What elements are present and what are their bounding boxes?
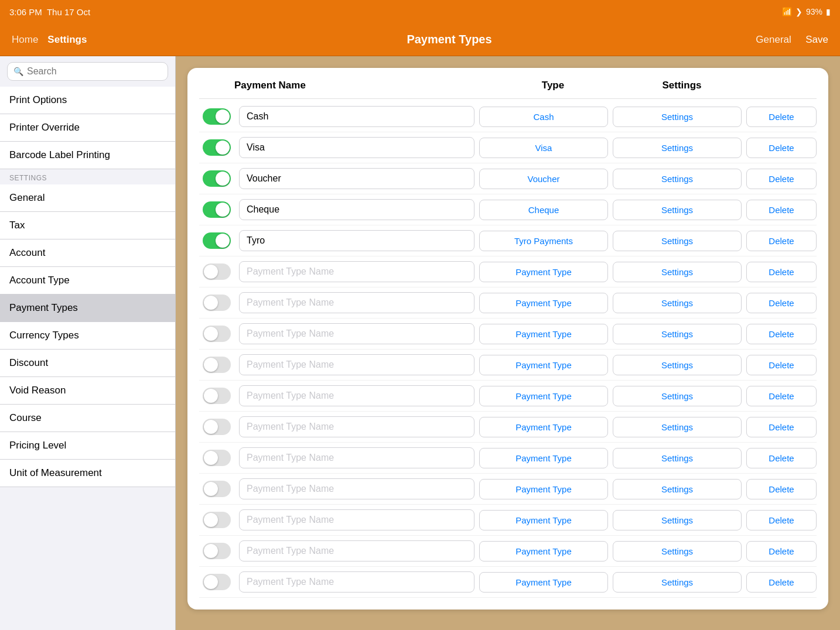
search-input[interactable] — [27, 66, 162, 77]
type-button-empty-7[interactable]: Payment Type — [479, 448, 608, 468]
type-button-empty-10[interactable]: Payment Type — [479, 541, 608, 561]
name-input-row-voucher[interactable] — [239, 168, 474, 189]
nav-home-button[interactable]: Home — [12, 34, 38, 46]
sidebar-item-account-type[interactable]: Account Type — [0, 267, 175, 295]
settings-button-row-visa[interactable]: Settings — [613, 138, 742, 158]
type-button-row-tyro[interactable]: Tyro Payments — [479, 231, 608, 251]
sidebar-item-print-options[interactable]: Print Options — [0, 87, 175, 114]
delete-button-empty-1[interactable]: Delete — [746, 262, 817, 282]
toggle-empty-5[interactable] — [203, 388, 231, 404]
sidebar-item-currency-types[interactable]: Currency Types — [0, 322, 175, 350]
type-button-row-cash[interactable]: Cash — [479, 107, 608, 127]
name-input-empty-10[interactable] — [239, 540, 474, 561]
type-button-empty-5[interactable]: Payment Type — [479, 386, 608, 406]
sidebar-item-course[interactable]: Course — [0, 405, 175, 432]
toggle-row-voucher[interactable] — [203, 170, 231, 187]
settings-button-row-cheque[interactable]: Settings — [613, 200, 742, 220]
header-type: Type — [489, 80, 617, 91]
name-input-empty-9[interactable] — [239, 509, 474, 530]
delete-button-row-visa[interactable]: Delete — [746, 138, 817, 158]
toggle-row-visa[interactable] — [203, 139, 231, 156]
delete-button-row-cash[interactable]: Delete — [746, 107, 817, 127]
sidebar-item-barcode-label-printing[interactable]: Barcode Label Printing — [0, 142, 175, 169]
sidebar-item-discount[interactable]: Discount — [0, 350, 175, 377]
settings-button-row-tyro[interactable]: Settings — [613, 231, 742, 251]
settings-button-empty-2[interactable]: Settings — [613, 293, 742, 313]
toggle-row-cash[interactable] — [203, 108, 231, 125]
toggle-empty-10[interactable] — [203, 543, 231, 559]
toggle-row-tyro[interactable] — [203, 232, 231, 249]
toggle-empty-8[interactable] — [203, 481, 231, 497]
name-input-empty-11[interactable] — [239, 571, 474, 593]
toggle-empty-11[interactable] — [203, 574, 231, 590]
type-button-empty-6[interactable]: Payment Type — [479, 417, 608, 437]
search-bar[interactable]: 🔍 — [7, 62, 168, 81]
name-input-empty-2[interactable] — [239, 292, 474, 313]
settings-button-empty-4[interactable]: Settings — [613, 355, 742, 375]
sidebar-item-tax[interactable]: Tax — [0, 212, 175, 239]
settings-button-empty-5[interactable]: Settings — [613, 386, 742, 406]
delete-button-row-voucher[interactable]: Delete — [746, 169, 817, 189]
name-input-empty-7[interactable] — [239, 447, 474, 468]
toggle-row-cheque[interactable] — [203, 201, 231, 218]
name-input-empty-6[interactable] — [239, 416, 474, 437]
sidebar-item-unit-of-measurement[interactable]: Unit of Measurement — [0, 460, 175, 487]
settings-button-empty-11[interactable]: Settings — [613, 572, 742, 593]
type-button-empty-3[interactable]: Payment Type — [479, 324, 608, 344]
delete-button-empty-11[interactable]: Delete — [746, 572, 817, 593]
type-button-empty-1[interactable]: Payment Type — [479, 262, 608, 282]
delete-button-empty-4[interactable]: Delete — [746, 355, 817, 375]
name-input-row-visa[interactable] — [239, 137, 474, 158]
delete-button-empty-5[interactable]: Delete — [746, 386, 817, 406]
type-button-row-visa[interactable]: Visa — [479, 138, 608, 158]
type-button-empty-2[interactable]: Payment Type — [479, 293, 608, 313]
type-button-empty-4[interactable]: Payment Type — [479, 355, 608, 375]
toggle-empty-3[interactable] — [203, 326, 231, 342]
name-input-row-cash[interactable] — [239, 106, 474, 127]
delete-button-empty-9[interactable]: Delete — [746, 510, 817, 530]
name-input-empty-1[interactable] — [239, 261, 474, 282]
settings-button-empty-3[interactable]: Settings — [613, 324, 742, 344]
settings-button-empty-10[interactable]: Settings — [613, 541, 742, 561]
settings-button-empty-6[interactable]: Settings — [613, 417, 742, 437]
type-button-empty-11[interactable]: Payment Type — [479, 572, 608, 593]
delete-button-empty-10[interactable]: Delete — [746, 541, 817, 561]
sidebar-item-pricing-level[interactable]: Pricing Level — [0, 432, 175, 460]
type-button-row-cheque[interactable]: Cheque — [479, 200, 608, 220]
nav-general-button[interactable]: General — [756, 34, 791, 45]
nav-save-button[interactable]: Save — [805, 34, 828, 45]
settings-button-empty-9[interactable]: Settings — [613, 510, 742, 530]
type-button-empty-9[interactable]: Payment Type — [479, 510, 608, 530]
settings-button-empty-7[interactable]: Settings — [613, 448, 742, 468]
name-input-empty-8[interactable] — [239, 478, 474, 499]
delete-button-empty-6[interactable]: Delete — [746, 417, 817, 437]
sidebar-item-void-reason[interactable]: Void Reason — [0, 377, 175, 405]
type-button-empty-8[interactable]: Payment Type — [479, 479, 608, 499]
sidebar-item-account[interactable]: Account — [0, 239, 175, 267]
delete-button-empty-8[interactable]: Delete — [746, 479, 817, 499]
delete-button-empty-2[interactable]: Delete — [746, 293, 817, 313]
settings-button-empty-8[interactable]: Settings — [613, 479, 742, 499]
toggle-empty-4[interactable] — [203, 357, 231, 373]
toggle-empty-9[interactable] — [203, 512, 231, 528]
name-input-empty-5[interactable] — [239, 385, 474, 406]
name-input-row-tyro[interactable] — [239, 230, 474, 251]
type-button-row-voucher[interactable]: Voucher — [479, 169, 608, 189]
delete-button-row-cheque[interactable]: Delete — [746, 200, 817, 220]
delete-button-row-tyro[interactable]: Delete — [746, 231, 817, 251]
toggle-empty-1[interactable] — [203, 263, 231, 280]
settings-button-row-cash[interactable]: Settings — [613, 107, 742, 127]
name-input-empty-4[interactable] — [239, 354, 474, 375]
sidebar-item-payment-types[interactable]: Payment Types — [0, 295, 175, 322]
delete-button-empty-3[interactable]: Delete — [746, 324, 817, 344]
toggle-empty-6[interactable] — [203, 419, 231, 435]
settings-button-row-voucher[interactable]: Settings — [613, 169, 742, 189]
name-input-row-cheque[interactable] — [239, 199, 474, 220]
sidebar-item-general[interactable]: General — [0, 184, 175, 212]
toggle-empty-2[interactable] — [203, 295, 231, 311]
name-input-empty-3[interactable] — [239, 323, 474, 344]
delete-button-empty-7[interactable]: Delete — [746, 448, 817, 468]
settings-button-empty-1[interactable]: Settings — [613, 262, 742, 282]
toggle-empty-7[interactable] — [203, 450, 231, 466]
sidebar-item-printer-override[interactable]: Printer Override — [0, 114, 175, 142]
